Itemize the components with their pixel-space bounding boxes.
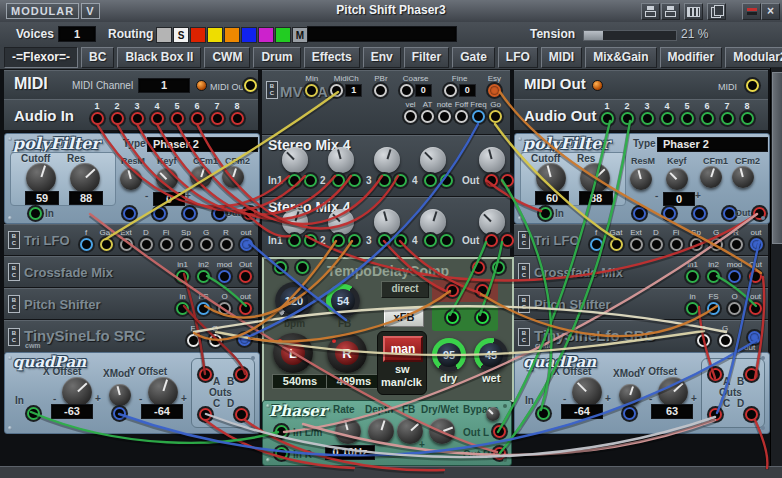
midi-channel-value[interactable]: 1 bbox=[138, 78, 190, 93]
port-4[interactable] bbox=[661, 112, 674, 125]
port-Esy[interactable] bbox=[488, 84, 501, 97]
resm-knob[interactable] bbox=[630, 168, 652, 190]
cutoff-value[interactable]: 59 bbox=[25, 191, 59, 205]
routing-swatch-6[interactable] bbox=[258, 27, 274, 43]
port-8[interactable] bbox=[231, 112, 244, 125]
cfm2-knob[interactable] bbox=[732, 166, 754, 188]
mod-port-3[interactable] bbox=[183, 207, 196, 220]
keyf-knob[interactable] bbox=[666, 168, 688, 190]
dry-knob[interactable]: 95 bbox=[432, 338, 466, 372]
cutoff-knob[interactable] bbox=[536, 163, 566, 193]
man-button[interactable]: man bbox=[383, 336, 423, 362]
xmod-port[interactable] bbox=[113, 407, 126, 420]
port-Out-r[interactable] bbox=[501, 234, 514, 247]
mod-port-2[interactable] bbox=[153, 207, 166, 220]
port-3-l[interactable] bbox=[378, 174, 391, 187]
port-4-r[interactable] bbox=[440, 234, 453, 247]
port-AT[interactable] bbox=[421, 110, 434, 123]
port-5[interactable] bbox=[681, 112, 694, 125]
port-PBr[interactable] bbox=[374, 84, 387, 97]
filter-out-port[interactable] bbox=[753, 207, 766, 220]
vertical-scrollbar-thumb[interactable] bbox=[772, 72, 782, 244]
xmod-knob[interactable] bbox=[619, 384, 641, 406]
port-Fine[interactable] bbox=[444, 84, 457, 97]
port-Sp[interactable] bbox=[690, 238, 703, 251]
mix-knob-3[interactable] bbox=[374, 147, 400, 173]
port-Foff[interactable] bbox=[455, 110, 468, 123]
port-F[interactable] bbox=[187, 334, 200, 347]
port-3[interactable] bbox=[131, 112, 144, 125]
port-D[interactable] bbox=[140, 238, 153, 251]
port-FS[interactable] bbox=[197, 302, 210, 315]
port-In1-r[interactable] bbox=[304, 174, 317, 187]
tab-drum[interactable]: Drum bbox=[253, 47, 300, 68]
delay-r-knob[interactable]: R bbox=[327, 333, 367, 373]
cutoff-knob[interactable] bbox=[26, 163, 56, 193]
port-MidiCh[interactable] bbox=[330, 84, 343, 97]
out-c-port[interactable] bbox=[709, 408, 722, 421]
port-O[interactable] bbox=[728, 302, 741, 315]
mix-knob-2[interactable] bbox=[328, 209, 354, 235]
routing-swatch-2[interactable] bbox=[190, 27, 206, 43]
port-4-r[interactable] bbox=[440, 174, 453, 187]
cutoff-value[interactable]: 60 bbox=[535, 191, 569, 205]
port-in[interactable] bbox=[686, 302, 699, 315]
mix-knob-4[interactable] bbox=[420, 147, 446, 173]
xfb-button[interactable]: xFB bbox=[384, 308, 424, 327]
xmod-port[interactable] bbox=[623, 407, 636, 420]
res-knob[interactable] bbox=[580, 163, 610, 193]
port-1[interactable] bbox=[601, 112, 614, 125]
port-Ext[interactable] bbox=[630, 238, 643, 251]
routing-swatch-4[interactable] bbox=[224, 27, 240, 43]
port-in2[interactable] bbox=[197, 270, 210, 283]
port-2-r[interactable] bbox=[348, 174, 361, 187]
mix-out-knob[interactable] bbox=[479, 147, 505, 173]
tab-mix-gain[interactable]: Mix&Gain bbox=[585, 47, 656, 68]
port-4-l[interactable] bbox=[424, 174, 437, 187]
port-Min[interactable] bbox=[305, 84, 318, 97]
cfm2-knob[interactable] bbox=[222, 166, 244, 188]
port-Go[interactable] bbox=[489, 110, 502, 123]
tab-effects[interactable]: Effects bbox=[304, 47, 360, 68]
value-MidiCh[interactable]: 1 bbox=[345, 84, 362, 97]
save-icon[interactable] bbox=[641, 3, 660, 20]
port-Coarse[interactable] bbox=[400, 84, 413, 97]
port-G[interactable] bbox=[209, 334, 222, 347]
port-7[interactable] bbox=[211, 112, 224, 125]
port-2-l[interactable] bbox=[332, 234, 345, 247]
port-Sp[interactable] bbox=[180, 238, 193, 251]
port-G[interactable] bbox=[719, 334, 732, 347]
phaser-out-r-port[interactable] bbox=[493, 447, 506, 460]
port-6[interactable] bbox=[701, 112, 714, 125]
out-c-port[interactable] bbox=[199, 408, 212, 421]
port-6[interactable] bbox=[191, 112, 204, 125]
port-out[interactable] bbox=[240, 238, 253, 251]
port-in[interactable] bbox=[176, 302, 189, 315]
bpm-knob[interactable]: 120 bbox=[275, 282, 313, 320]
port-Gat[interactable] bbox=[100, 238, 113, 251]
x-offset-value[interactable]: -63 bbox=[51, 404, 93, 419]
port-Ext[interactable] bbox=[120, 238, 133, 251]
port-D[interactable] bbox=[650, 238, 663, 251]
patch-name-field[interactable] bbox=[307, 26, 457, 42]
port-4[interactable] bbox=[151, 112, 164, 125]
port-1[interactable] bbox=[91, 112, 104, 125]
type-dropdown[interactable]: Phaser 2 bbox=[147, 137, 258, 152]
close-button[interactable]: × bbox=[761, 3, 780, 20]
filter-in-port[interactable] bbox=[539, 207, 552, 220]
delay-r-time[interactable]: 499ms bbox=[326, 374, 382, 389]
port-Out-r[interactable] bbox=[501, 174, 514, 187]
tab-bc[interactable]: BC bbox=[81, 47, 114, 68]
resm-knob[interactable] bbox=[120, 168, 142, 190]
value-Coarse[interactable]: 0 bbox=[415, 84, 432, 97]
phaser-in-r-port[interactable] bbox=[275, 447, 288, 460]
tab-lfo[interactable]: LFO bbox=[498, 47, 538, 68]
y-offset-value[interactable]: 63 bbox=[651, 404, 693, 419]
cfm1-knob[interactable] bbox=[700, 166, 722, 188]
quadpan-in-port[interactable] bbox=[27, 407, 40, 420]
port-in2[interactable] bbox=[707, 270, 720, 283]
port-7[interactable] bbox=[721, 112, 734, 125]
keyf-value[interactable]: 0 bbox=[663, 192, 695, 206]
y-offset-value[interactable]: -64 bbox=[141, 404, 183, 419]
port-out[interactable] bbox=[750, 238, 763, 251]
